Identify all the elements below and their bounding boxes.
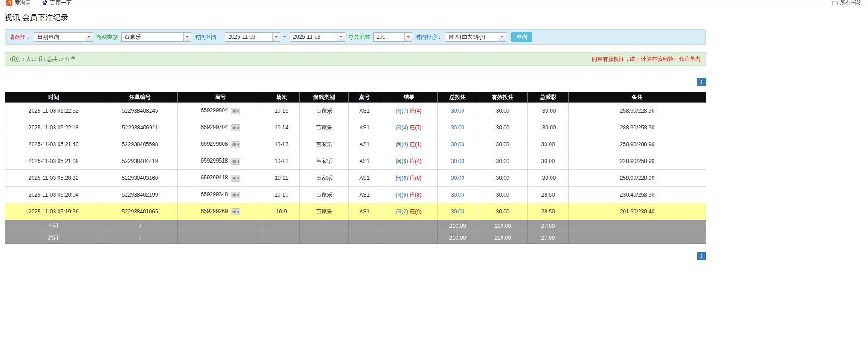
date-to-value: 2025-11-03 [290, 33, 337, 41]
time-cell: 2025-11-03 05:21:40 [5, 136, 102, 153]
result-player: 闲(2) [396, 208, 408, 215]
game-type-cell: 百家乐 [300, 136, 349, 153]
all-bookmarks-button[interactable]: 所有书签 [832, 0, 862, 7]
date-from-select[interactable]: 2025-11-03 [225, 32, 280, 42]
chevron-down-icon[interactable] [183, 33, 191, 41]
summary-currency-text: 币别：人民币 | 总共 :7 注单 | [10, 55, 79, 63]
taobao-icon: 淘 [6, 0, 12, 6]
bookmark-aitaobao[interactable]: 淘 爱淘宝 [6, 0, 31, 7]
total-bet-link[interactable]: 30.00 [451, 124, 464, 131]
payout-cell: 28.50 [528, 203, 569, 220]
round-id: 659299269 [200, 208, 228, 214]
header-session: 场次 [263, 92, 300, 103]
date-range-separator: ~ [283, 34, 287, 40]
result-banker: 庄(8) [410, 192, 422, 198]
result-banker: 庄(0) [410, 175, 422, 181]
sort-order-value: 降幂(由大到小) [446, 33, 498, 41]
video-replay-icon[interactable] [231, 124, 240, 131]
remark-cell: 258.90/228.90 [569, 170, 706, 187]
total-bet-link[interactable]: 30.00 [451, 108, 464, 114]
search-button[interactable]: 查询 [511, 32, 532, 42]
payout-cell: 30.00 [528, 153, 569, 170]
video-replay-icon[interactable] [231, 208, 240, 215]
game-type-cell: 百家乐 [300, 119, 349, 136]
folder-icon [832, 0, 838, 6]
payout-cell: 28.50 [528, 187, 569, 203]
page-button-1[interactable]: 1 [697, 78, 706, 86]
game-type-cell: 百家乐 [300, 203, 349, 220]
header-valid-bet: 有效投注 [478, 92, 528, 103]
total-bet-link[interactable]: 30.00 [451, 175, 464, 181]
page-button-1[interactable]: 1 [697, 252, 706, 260]
table-row: 2025-11-03 05:19:36522938401065659299269… [5, 203, 706, 220]
bet-records-table: 时间 注单编号 局号 场次 游戏类别 桌号 结果 总投注 有效投注 总派彩 备注… [5, 92, 706, 244]
result-player: 闲(6) [396, 175, 408, 181]
total-bet-cell: 30.00 [438, 136, 478, 153]
round-id: 659299608 [200, 141, 228, 147]
time-cell: 2025-11-03 05:20:04 [5, 187, 102, 203]
bookmarks-left-group: 淘 爱淘宝 百度一下 [6, 0, 83, 7]
header-table-no: 桌号 [349, 92, 380, 103]
filter-bar: 请选择： 日期查询 游戏类别 百家乐 时间区间： 2025-11-03 ~ 20… [5, 29, 706, 45]
header-payout: 总派彩 [528, 92, 569, 103]
video-replay-icon[interactable] [231, 108, 240, 114]
sort-order-select[interactable]: 降幂(由大到小) [446, 32, 506, 42]
round-id: 659299804 [200, 107, 228, 114]
bookmark-label: 爱淘宝 [15, 0, 31, 7]
time-cell: 2025-11-03 05:21:09 [5, 153, 102, 170]
result-cell: 闲(4) 庄(7) [380, 119, 438, 136]
video-replay-icon[interactable] [231, 158, 240, 165]
payout-cell: -30.00 [528, 170, 569, 187]
video-replay-icon[interactable] [231, 175, 240, 182]
time-cell: 2025-11-03 05:22:52 [5, 103, 102, 119]
total-bet-link[interactable]: 30.00 [451, 158, 464, 164]
result-player: 闲(4) [396, 141, 408, 148]
select-label: 请选择： [9, 33, 31, 41]
video-replay-icon[interactable] [231, 192, 240, 198]
total-bet-cell: 30.00 [438, 203, 478, 220]
result-player: 闲(4) [396, 124, 408, 131]
date-to-select[interactable]: 2025-11-03 [290, 32, 345, 42]
table-no-cell: AS1 [349, 136, 380, 153]
round-cell: 659299348 [178, 187, 263, 203]
total-bet-link[interactable]: 30.00 [451, 208, 464, 215]
chevron-down-icon[interactable] [337, 33, 345, 41]
game-type-cell: 百家乐 [300, 153, 349, 170]
total-bet-cell: 30.00 [438, 119, 478, 136]
empty-cell [263, 220, 300, 232]
valid-bet-cell: 30.00 [478, 103, 528, 119]
session-cell: 10-13 [263, 136, 300, 153]
result-banker: 庄(9) [410, 208, 422, 215]
subtotal-valid-bet-cell: 210.00 [478, 220, 528, 232]
table-row: 2025-11-03 05:21:09522938404419659299518… [5, 153, 706, 170]
header-remark: 备注 [569, 92, 706, 103]
empty-cell [349, 220, 380, 232]
round-cell: 659299704 [178, 119, 263, 136]
video-replay-icon[interactable] [231, 141, 240, 148]
total-bet-link[interactable]: 30.00 [451, 192, 464, 198]
bet-id-cell: 522938405598 [102, 136, 178, 153]
empty-cell [300, 220, 349, 232]
header-row: 时间 注单编号 局号 场次 游戏类别 桌号 结果 总投注 有效投注 总派彩 备注 [5, 92, 706, 103]
total-bet-cell: 30.00 [438, 153, 478, 170]
game-type-select[interactable]: 百家乐 [121, 32, 191, 42]
chevron-down-icon[interactable] [498, 33, 506, 41]
grand-total-count-cell: 7 [102, 232, 178, 244]
query-type-select[interactable]: 日期查询 [34, 32, 93, 42]
table-row: 2025-11-03 05:22:52522938408245659299804… [5, 103, 706, 119]
payout-cell: -30.00 [528, 103, 569, 119]
table-no-cell: AS1 [349, 170, 380, 187]
page-content: 视讯 会员下注纪录 请选择： 日期查询 游戏类别 百家乐 时间区间： 2025-… [0, 13, 706, 260]
chevron-down-icon[interactable] [404, 33, 412, 41]
table-row: 2025-11-03 05:20:04522938402199659299348… [5, 187, 706, 203]
bookmark-baidu[interactable]: 百度一下 [42, 0, 72, 7]
subtotal-label-cell: 小计 [5, 220, 102, 232]
result-banker: 庄(4) [410, 158, 422, 164]
page-size-label: 每页笔数 [348, 33, 370, 41]
result-banker: 庄(4) [410, 108, 422, 114]
chevron-down-icon[interactable] [272, 33, 280, 41]
total-bet-link[interactable]: 30.00 [451, 141, 464, 148]
chevron-down-icon[interactable] [85, 33, 93, 41]
grand-total-payout-cell: 27.00 [528, 232, 569, 244]
page-size-select[interactable]: 100 [373, 32, 412, 42]
